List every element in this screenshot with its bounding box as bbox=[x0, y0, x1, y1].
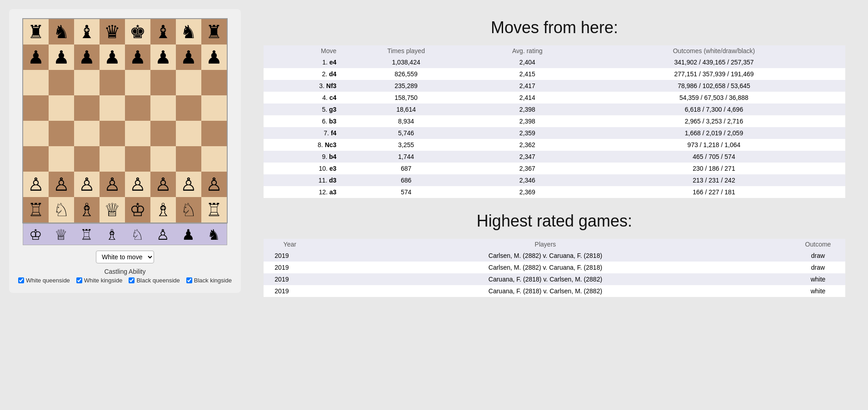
castling-option-wk[interactable]: White kingside bbox=[76, 277, 123, 284]
castling-checkbox-bq[interactable] bbox=[129, 277, 135, 283]
spare-piece-2[interactable]: ♖ bbox=[74, 224, 100, 246]
moves-row-8[interactable]: 9. b41,7442,347465 / 705 / 574 bbox=[264, 151, 845, 163]
board-square-0-7[interactable]: ♜ bbox=[201, 19, 227, 44]
board-square-4-7[interactable] bbox=[201, 121, 227, 146]
moves-row-0[interactable]: 1. e41,038,4242,404341,902 / 439,165 / 2… bbox=[264, 56, 845, 68]
board-square-0-5[interactable]: ♝ bbox=[150, 19, 176, 44]
moves-row-10[interactable]: 11. d36862,346213 / 231 / 242 bbox=[264, 174, 845, 186]
moves-row-3[interactable]: 4. c4158,7502,41454,359 / 67,503 / 36,88… bbox=[264, 92, 845, 104]
board-square-1-7[interactable]: ♟ bbox=[201, 44, 227, 70]
board-square-6-5[interactable]: ♙ bbox=[150, 172, 176, 197]
highest-row-2[interactable]: 2019Caruana, F. (2818) v. Carlsen, M. (2… bbox=[264, 273, 845, 285]
board-square-5-3[interactable] bbox=[100, 146, 125, 172]
board-square-4-0[interactable] bbox=[23, 121, 49, 146]
board-square-0-0[interactable]: ♜ bbox=[23, 19, 49, 44]
moves-row-1[interactable]: 2. d4826,5592,415277,151 / 357,939 / 191… bbox=[264, 68, 845, 80]
board-square-1-0[interactable]: ♟ bbox=[23, 44, 49, 70]
board-square-0-1[interactable]: ♞ bbox=[49, 19, 74, 44]
board-square-3-7[interactable] bbox=[201, 95, 227, 121]
board-square-1-5[interactable]: ♟ bbox=[150, 44, 176, 70]
board-square-1-3[interactable]: ♟ bbox=[100, 44, 125, 70]
board-square-7-2[interactable]: ♗ bbox=[74, 197, 100, 222]
board-square-1-4[interactable]: ♟ bbox=[125, 44, 150, 70]
board-square-6-0[interactable]: ♙ bbox=[23, 172, 49, 197]
board-square-3-2[interactable] bbox=[74, 95, 100, 121]
board-square-2-5[interactable] bbox=[150, 70, 176, 95]
board-square-1-2[interactable]: ♟ bbox=[74, 44, 100, 70]
moves-row-11[interactable]: 12. a35742,369166 / 227 / 181 bbox=[264, 186, 845, 198]
chess-board[interactable]: ♜♞♝♛♚♝♞♜♟♟♟♟♟♟♟♟♙♙♙♙♙♙♙♙♖♘♗♕♔♗♘♖ bbox=[22, 18, 228, 223]
board-square-4-6[interactable] bbox=[176, 121, 201, 146]
castling-checkbox-wk[interactable] bbox=[76, 277, 82, 283]
turn-select-container[interactable]: White to moveBlack to move bbox=[96, 251, 154, 263]
highest-row-3[interactable]: 2019Caruana, F. (2818) v. Carlsen, M. (2… bbox=[264, 285, 845, 297]
board-square-3-6[interactable] bbox=[176, 95, 201, 121]
board-square-2-6[interactable] bbox=[176, 70, 201, 95]
castling-option-bq[interactable]: Black queenside bbox=[129, 277, 180, 284]
board-square-7-0[interactable]: ♖ bbox=[23, 197, 49, 222]
board-square-0-6[interactable]: ♞ bbox=[176, 19, 201, 44]
board-square-1-1[interactable]: ♟ bbox=[49, 44, 74, 70]
board-square-1-6[interactable]: ♟ bbox=[176, 44, 201, 70]
moves-row-6[interactable]: 7. f45,7462,3591,668 / 2,019 / 2,059 bbox=[264, 127, 845, 139]
board-square-4-1[interactable] bbox=[49, 121, 74, 146]
board-square-5-7[interactable] bbox=[201, 146, 227, 172]
moves-row-5[interactable]: 6. b38,9342,3982,965 / 3,253 / 2,716 bbox=[264, 115, 845, 127]
board-square-7-6[interactable]: ♘ bbox=[176, 197, 201, 222]
moves-row-2[interactable]: 3. Nf3235,2892,41778,986 / 102,658 / 53,… bbox=[264, 80, 845, 92]
spare-piece-1[interactable]: ♕ bbox=[49, 224, 74, 246]
spare-piece-3[interactable]: ♗ bbox=[100, 224, 125, 246]
board-square-5-6[interactable] bbox=[176, 146, 201, 172]
board-square-6-1[interactable]: ♙ bbox=[49, 172, 74, 197]
castling-checkbox-wq[interactable] bbox=[18, 277, 24, 283]
spare-piece-5[interactable]: ♙ bbox=[150, 224, 176, 246]
board-square-0-3[interactable]: ♛ bbox=[100, 19, 125, 44]
board-square-2-3[interactable] bbox=[100, 70, 125, 95]
board-square-3-0[interactable] bbox=[23, 95, 49, 121]
board-square-6-4[interactable]: ♙ bbox=[125, 172, 150, 197]
castling-checkbox-bk[interactable] bbox=[186, 277, 192, 283]
highest-row-0[interactable]: 2019Carlsen, M. (2882) v. Caruana, F. (2… bbox=[264, 250, 845, 262]
spare-piece-6[interactable]: ♟ bbox=[176, 224, 201, 246]
board-square-3-4[interactable] bbox=[125, 95, 150, 121]
moves-row-7[interactable]: 8. Nc33,2552,362973 / 1,218 / 1,064 bbox=[264, 139, 845, 151]
board-square-4-2[interactable] bbox=[74, 121, 100, 146]
board-square-2-2[interactable] bbox=[74, 70, 100, 95]
board-square-4-4[interactable] bbox=[125, 121, 150, 146]
board-square-5-2[interactable] bbox=[74, 146, 100, 172]
board-square-2-0[interactable] bbox=[23, 70, 49, 95]
board-square-2-4[interactable] bbox=[125, 70, 150, 95]
board-square-2-1[interactable] bbox=[49, 70, 74, 95]
board-square-6-6[interactable]: ♙ bbox=[176, 172, 201, 197]
board-square-5-0[interactable] bbox=[23, 146, 49, 172]
board-square-3-1[interactable] bbox=[49, 95, 74, 121]
spare-piece-7[interactable]: ♞ bbox=[201, 224, 227, 246]
board-square-6-7[interactable]: ♙ bbox=[201, 172, 227, 197]
spare-piece-4[interactable]: ♘ bbox=[125, 224, 150, 246]
board-square-6-2[interactable]: ♙ bbox=[74, 172, 100, 197]
spare-pieces-row[interactable]: ♔♕♖♗♘♙♟♞ bbox=[23, 223, 227, 245]
turn-select[interactable]: White to moveBlack to move bbox=[96, 251, 154, 263]
board-square-5-5[interactable] bbox=[150, 146, 176, 172]
board-square-2-7[interactable] bbox=[201, 70, 227, 95]
board-square-7-5[interactable]: ♗ bbox=[150, 197, 176, 222]
board-square-7-1[interactable]: ♘ bbox=[49, 197, 74, 222]
board-square-5-1[interactable] bbox=[49, 146, 74, 172]
moves-row-9[interactable]: 10. e36872,367230 / 186 / 271 bbox=[264, 163, 845, 174]
board-square-5-4[interactable] bbox=[125, 146, 150, 172]
spare-piece-0[interactable]: ♔ bbox=[23, 224, 49, 246]
board-square-7-4[interactable]: ♔ bbox=[125, 197, 150, 222]
board-square-7-7[interactable]: ♖ bbox=[201, 197, 227, 222]
board-square-4-5[interactable] bbox=[150, 121, 176, 146]
board-square-7-3[interactable]: ♕ bbox=[100, 197, 125, 222]
castling-option-wq[interactable]: White queenside bbox=[18, 277, 70, 284]
castling-option-bk[interactable]: Black kingside bbox=[186, 277, 232, 284]
moves-row-4[interactable]: 5. g318,6142,3986,618 / 7,300 / 4,696 bbox=[264, 104, 845, 115]
board-square-6-3[interactable]: ♙ bbox=[100, 172, 125, 197]
board-square-0-4[interactable]: ♚ bbox=[125, 19, 150, 44]
board-square-4-3[interactable] bbox=[100, 121, 125, 146]
highest-row-1[interactable]: 2019Carlsen, M. (2882) v. Caruana, F. (2… bbox=[264, 262, 845, 273]
board-square-0-2[interactable]: ♝ bbox=[74, 19, 100, 44]
board-square-3-3[interactable] bbox=[100, 95, 125, 121]
board-square-3-5[interactable] bbox=[150, 95, 176, 121]
